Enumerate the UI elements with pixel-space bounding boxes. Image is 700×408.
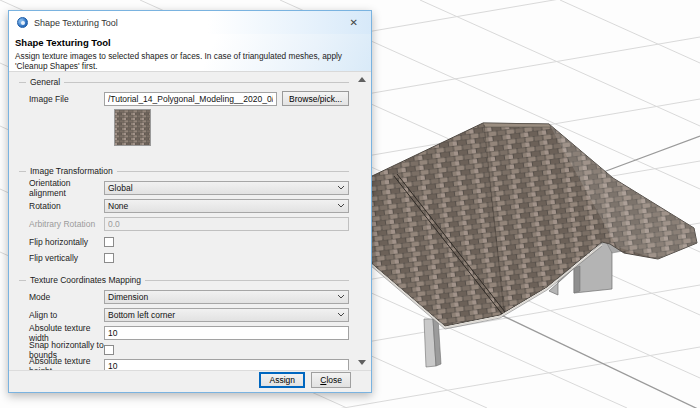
align-to-dropdown[interactable]: Bottom left corner	[104, 308, 349, 322]
close-icon[interactable]: ✕	[345, 16, 363, 29]
chevron-down-icon	[337, 312, 345, 317]
dialog-content: General Image File Browse/pick... Image …	[9, 72, 371, 370]
scroll-down-icon[interactable]	[358, 360, 366, 365]
align-to-label: Align to	[19, 310, 104, 320]
dialog-buttonbar: Assign Close	[9, 370, 371, 392]
arbitrary-rotation-label: Arbitrary Rotation	[19, 219, 104, 229]
content-scrollbar[interactable]	[355, 74, 368, 368]
absolute-texture-width-input[interactable]	[104, 326, 349, 340]
snap-horizontally-checkbox[interactable]	[104, 345, 114, 355]
absolute-texture-height-input[interactable]	[104, 359, 349, 371]
browse-pick-button[interactable]: Browse/pick...	[282, 91, 349, 106]
section-general: General	[19, 77, 349, 88]
dialog-title: Shape Texturing Tool	[34, 18, 339, 28]
screen: Shape Texturing Tool ✕ Shape Texturing T…	[0, 0, 700, 408]
flip-horizontally-label: Flip horizontally	[19, 237, 104, 247]
flip-horizontally-checkbox[interactable]	[104, 237, 114, 247]
scroll-up-icon[interactable]	[358, 77, 366, 82]
dialog-heading: Shape Texturing Tool	[15, 37, 365, 48]
arbitrary-rotation-input	[104, 217, 349, 231]
app-icon	[17, 17, 28, 28]
dialog-description: Assign texture images to selected shapes…	[15, 51, 365, 71]
chevron-down-icon	[337, 185, 345, 190]
absolute-texture-height-label: Absolute texture height	[19, 356, 104, 371]
mode-label: Mode	[19, 292, 104, 302]
section-texture-coordinates-mapping: Texture Coordinates Mapping	[19, 275, 349, 286]
rotation-dropdown[interactable]: None	[104, 199, 349, 213]
close-button[interactable]: Close	[311, 372, 351, 388]
dialog-header-banner: Shape Texturing Tool Assign texture imag…	[9, 34, 371, 72]
mode-dropdown[interactable]: Dimension	[104, 290, 349, 304]
section-image-transformation: Image Transformation	[19, 166, 349, 177]
rotation-label: Rotation	[19, 201, 104, 211]
chevron-down-icon	[337, 294, 345, 299]
chevron-down-icon	[337, 203, 345, 208]
image-file-input[interactable]	[104, 92, 277, 106]
assign-button[interactable]: Assign	[259, 372, 305, 388]
orientation-alignment-label: Orientation alignment	[19, 178, 104, 198]
flip-vertically-checkbox[interactable]	[104, 253, 114, 263]
dialog-titlebar[interactable]: Shape Texturing Tool ✕	[9, 11, 371, 34]
orientation-alignment-dropdown[interactable]: Global	[104, 181, 349, 195]
texture-thumbnail	[114, 109, 151, 146]
shape-texturing-dialog: Shape Texturing Tool ✕ Shape Texturing T…	[8, 10, 372, 393]
flip-vertically-label: Flip vertically	[19, 253, 104, 263]
image-file-label: Image File	[19, 94, 104, 104]
